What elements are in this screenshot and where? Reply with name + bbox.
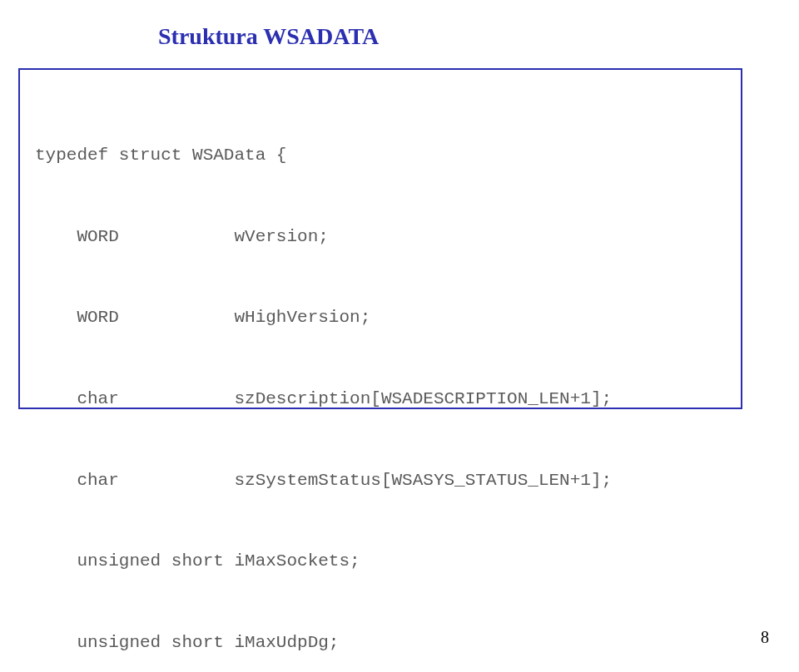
code-type: char <box>35 386 234 413</box>
code-identifier: szSystemStatus[WSASYS_STATUS_LEN+1]; <box>234 467 612 495</box>
code-type: WORD <box>35 224 234 251</box>
code-line: typedef struct WSAData { <box>35 142 726 170</box>
code-line: WORD wVersion; <box>35 224 726 251</box>
document-page: Struktura WSADATA typedef struct WSAData… <box>0 0 799 672</box>
code-box: typedef struct WSAData { WORD wVersion; … <box>18 68 742 409</box>
code-type: char <box>35 467 234 495</box>
page-title: Struktura WSADATA <box>0 23 799 50</box>
code-identifier: szDescription[WSADESCRIPTION_LEN+1]; <box>234 386 612 413</box>
code-type: unsigned short <box>35 630 234 657</box>
page-number: 8 <box>761 628 769 647</box>
code-identifier: iMaxUdpDg; <box>234 630 339 657</box>
code-line: unsigned short iMaxUdpDg; <box>35 630 726 657</box>
code-line: char szDescription[WSADESCRIPTION_LEN+1]… <box>35 386 726 413</box>
code-identifier: wVersion; <box>234 224 328 251</box>
code-line: char szSystemStatus[WSASYS_STATUS_LEN+1]… <box>35 467 726 495</box>
code-type: unsigned short <box>35 548 234 576</box>
code-identifier: iMaxSockets; <box>234 548 360 576</box>
code-type: WORD <box>35 304 234 332</box>
code-identifier: wHighVersion; <box>234 304 370 332</box>
code-line: unsigned short iMaxSockets; <box>35 548 726 576</box>
code-block: typedef struct WSAData { WORD wVersion; … <box>35 88 726 672</box>
code-line: WORD wHighVersion; <box>35 304 726 332</box>
